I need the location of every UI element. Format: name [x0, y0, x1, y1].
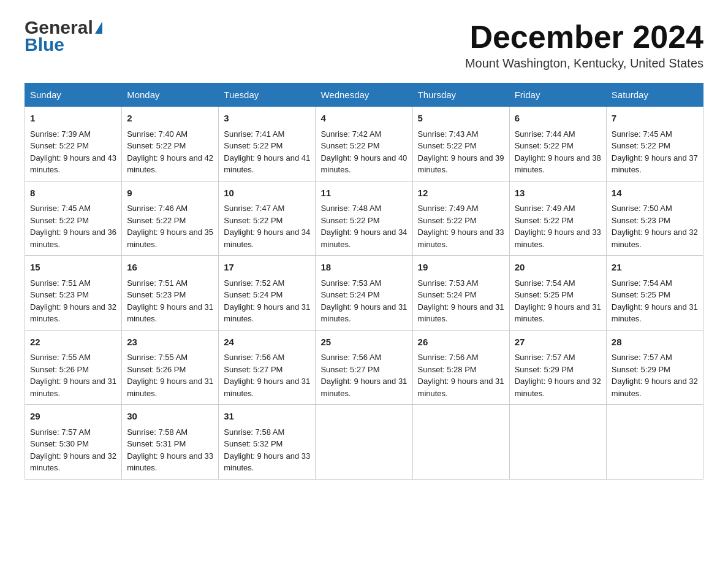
day-number: 29: [30, 410, 116, 424]
daylight-text: Daylight: 9 hours and 41 minutes.: [224, 153, 310, 175]
sunset-text: Sunset: 5:23 PM: [30, 290, 89, 299]
daylight-text: Daylight: 9 hours and 32 minutes.: [515, 377, 601, 398]
day-number: 14: [612, 186, 698, 201]
calendar-day-4: 4Sunrise: 7:42 AMSunset: 5:22 PMDaylight…: [316, 107, 412, 182]
day-header-tuesday: Tuesday: [219, 83, 316, 107]
day-number: 21: [612, 261, 698, 275]
calendar-day-17: 17Sunrise: 7:52 AMSunset: 5:24 PMDayligh…: [219, 256, 316, 331]
calendar-day-28: 28Sunrise: 7:57 AMSunset: 5:29 PMDayligh…: [606, 330, 703, 405]
calendar-day-9: 9Sunrise: 7:46 AMSunset: 5:22 PMDaylight…: [122, 181, 219, 256]
sunset-text: Sunset: 5:32 PM: [224, 439, 282, 448]
daylight-text: Daylight: 9 hours and 32 minutes.: [612, 377, 698, 398]
sunset-text: Sunset: 5:24 PM: [320, 290, 379, 299]
day-number: 22: [30, 335, 116, 350]
sunrise-text: Sunrise: 7:55 AM: [30, 353, 91, 362]
daylight-text: Daylight: 9 hours and 31 minutes.: [418, 302, 504, 324]
sunset-text: Sunset: 5:27 PM: [320, 365, 379, 374]
sunrise-text: Sunrise: 7:45 AM: [612, 129, 672, 139]
daylight-text: Daylight: 9 hours and 40 minutes.: [320, 153, 407, 175]
daylight-text: Daylight: 9 hours and 33 minutes.: [224, 451, 310, 473]
daylight-text: Daylight: 9 hours and 31 minutes.: [515, 302, 601, 324]
sunset-text: Sunset: 5:22 PM: [320, 216, 379, 225]
sunset-text: Sunset: 5:22 PM: [515, 141, 574, 150]
calendar-day-2: 2Sunrise: 7:40 AMSunset: 5:22 PMDaylight…: [122, 107, 219, 182]
location-title: Mount Washington, Kentucky, United State…: [465, 56, 703, 71]
sunset-text: Sunset: 5:26 PM: [127, 365, 186, 374]
sunrise-text: Sunrise: 7:45 AM: [30, 204, 91, 213]
daylight-text: Daylight: 9 hours and 32 minutes.: [612, 228, 698, 249]
calendar-day-13: 13Sunrise: 7:49 AMSunset: 5:22 PMDayligh…: [509, 181, 606, 256]
day-header-wednesday: Wednesday: [316, 83, 412, 107]
sunset-text: Sunset: 5:22 PM: [224, 141, 282, 150]
day-number: 27: [515, 335, 601, 350]
sunrise-text: Sunrise: 7:52 AM: [224, 278, 284, 288]
calendar-day-19: 19Sunrise: 7:53 AMSunset: 5:24 PMDayligh…: [412, 256, 509, 331]
daylight-text: Daylight: 9 hours and 33 minutes.: [515, 228, 601, 249]
calendar-header-row: SundayMondayTuesdayWednesdayThursdayFrid…: [25, 83, 703, 107]
daylight-text: Daylight: 9 hours and 33 minutes.: [127, 451, 213, 473]
calendar-week-2: 8Sunrise: 7:45 AMSunset: 5:22 PMDaylight…: [25, 181, 703, 256]
calendar-week-4: 22Sunrise: 7:55 AMSunset: 5:26 PMDayligh…: [25, 330, 703, 405]
calendar-day-5: 5Sunrise: 7:43 AMSunset: 5:22 PMDaylight…: [412, 107, 509, 182]
day-number: 8: [30, 186, 116, 201]
sunrise-text: Sunrise: 7:58 AM: [127, 427, 188, 437]
sunrise-text: Sunrise: 7:42 AM: [320, 129, 381, 139]
daylight-text: Daylight: 9 hours and 31 minutes.: [127, 377, 213, 398]
calendar-day-20: 20Sunrise: 7:54 AMSunset: 5:25 PMDayligh…: [509, 256, 606, 331]
sunrise-text: Sunrise: 7:55 AM: [127, 353, 188, 362]
calendar-day-7: 7Sunrise: 7:45 AMSunset: 5:22 PMDaylight…: [606, 107, 703, 182]
sunset-text: Sunset: 5:22 PM: [418, 216, 477, 225]
day-number: 28: [612, 335, 698, 350]
day-number: 17: [224, 261, 310, 275]
calendar-day-12: 12Sunrise: 7:49 AMSunset: 5:22 PMDayligh…: [412, 181, 509, 256]
sunset-text: Sunset: 5:23 PM: [127, 290, 186, 299]
daylight-text: Daylight: 9 hours and 36 minutes.: [30, 228, 116, 249]
calendar-day-31: 31Sunrise: 7:58 AMSunset: 5:32 PMDayligh…: [219, 405, 316, 480]
day-number: 30: [127, 410, 213, 424]
day-header-saturday: Saturday: [606, 83, 703, 107]
daylight-text: Daylight: 9 hours and 31 minutes.: [127, 302, 213, 324]
sunset-text: Sunset: 5:27 PM: [224, 365, 282, 374]
day-number: 10: [224, 186, 310, 201]
sunrise-text: Sunrise: 7:57 AM: [30, 427, 91, 437]
calendar-week-3: 15Sunrise: 7:51 AMSunset: 5:23 PMDayligh…: [25, 256, 703, 331]
calendar-day-10: 10Sunrise: 7:47 AMSunset: 5:22 PMDayligh…: [219, 181, 316, 256]
daylight-text: Daylight: 9 hours and 37 minutes.: [612, 153, 698, 175]
daylight-text: Daylight: 9 hours and 31 minutes.: [224, 302, 310, 324]
daylight-text: Daylight: 9 hours and 32 minutes.: [30, 451, 116, 473]
daylight-text: Daylight: 9 hours and 38 minutes.: [515, 153, 601, 175]
day-number: 1: [30, 112, 116, 126]
day-number: 18: [320, 261, 407, 275]
sunrise-text: Sunrise: 7:56 AM: [320, 353, 381, 362]
sunrise-text: Sunrise: 7:47 AM: [224, 204, 284, 213]
daylight-text: Daylight: 9 hours and 43 minutes.: [30, 153, 116, 175]
daylight-text: Daylight: 9 hours and 42 minutes.: [127, 153, 213, 175]
sunset-text: Sunset: 5:29 PM: [515, 365, 574, 374]
page-header: General Blue December 2024 Mount Washing…: [25, 18, 703, 71]
sunrise-text: Sunrise: 7:51 AM: [127, 278, 188, 288]
sunrise-text: Sunrise: 7:53 AM: [320, 278, 381, 288]
day-number: 9: [127, 186, 213, 201]
daylight-text: Daylight: 9 hours and 33 minutes.: [418, 228, 504, 249]
day-number: 4: [320, 112, 407, 126]
calendar-week-1: 1Sunrise: 7:39 AMSunset: 5:22 PMDaylight…: [25, 107, 703, 182]
daylight-text: Daylight: 9 hours and 31 minutes.: [30, 377, 116, 398]
day-number: 3: [224, 112, 310, 126]
sunrise-text: Sunrise: 7:43 AM: [418, 129, 479, 139]
sunset-text: Sunset: 5:22 PM: [418, 141, 477, 150]
calendar-day-26: 26Sunrise: 7:56 AMSunset: 5:28 PMDayligh…: [412, 330, 509, 405]
sunset-text: Sunset: 5:25 PM: [515, 290, 574, 299]
sunset-text: Sunset: 5:25 PM: [612, 290, 670, 299]
sunset-text: Sunset: 5:22 PM: [30, 141, 89, 150]
calendar-day-1: 1Sunrise: 7:39 AMSunset: 5:22 PMDaylight…: [25, 107, 122, 182]
sunset-text: Sunset: 5:22 PM: [515, 216, 574, 225]
day-header-thursday: Thursday: [412, 83, 509, 107]
sunset-text: Sunset: 5:22 PM: [320, 141, 379, 150]
day-number: 23: [127, 335, 213, 350]
sunrise-text: Sunrise: 7:51 AM: [30, 278, 91, 288]
sunset-text: Sunset: 5:31 PM: [127, 439, 186, 448]
calendar-day-30: 30Sunrise: 7:58 AMSunset: 5:31 PMDayligh…: [122, 405, 219, 480]
sunset-text: Sunset: 5:22 PM: [224, 216, 282, 225]
sunrise-text: Sunrise: 7:57 AM: [612, 353, 672, 362]
title-area: December 2024 Mount Washington, Kentucky…: [465, 18, 703, 71]
